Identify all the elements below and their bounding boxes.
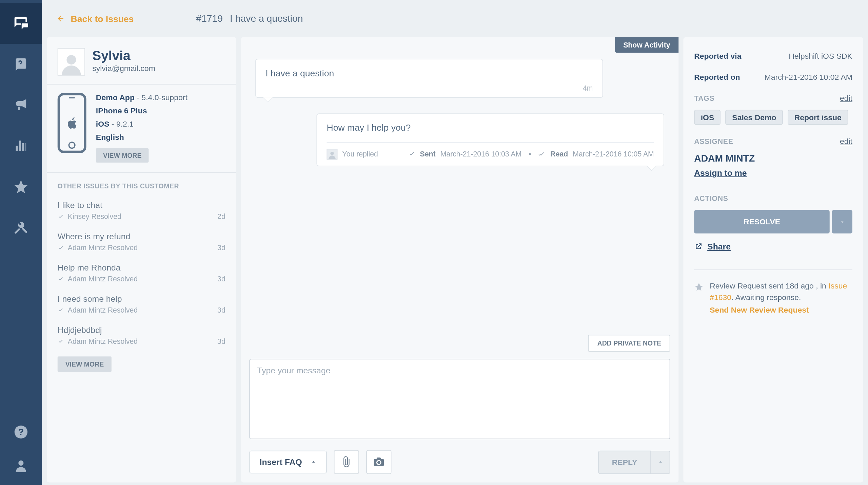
- review-suffix: . Awaiting response.: [731, 293, 801, 302]
- star-icon: [13, 179, 29, 194]
- customer-email: sylvia@gmail.com: [92, 63, 155, 73]
- help-icon: ?: [13, 424, 29, 440]
- back-label: Back to Issues: [71, 14, 134, 24]
- reply-textarea[interactable]: [249, 359, 670, 439]
- megaphone-icon: [13, 97, 29, 113]
- resolve-options-button[interactable]: [832, 210, 852, 234]
- issue-item-title: I like to chat: [58, 200, 225, 210]
- left-nav-sidebar: ?: [0, 0, 42, 485]
- language: English: [96, 133, 124, 142]
- nav-analytics[interactable]: [0, 125, 42, 166]
- share-link[interactable]: Share: [694, 242, 852, 251]
- issue-details-sidebar: Reported via Helpshift iOS SDK Reported …: [683, 37, 863, 483]
- customer-panel: Sylvia sylvia@gmail.com Demo App - 5.4.0…: [47, 37, 236, 483]
- other-issue-item[interactable]: Help me Rhonda Adam Mintz Resolved 3d: [58, 263, 225, 283]
- read-label: Read: [550, 150, 568, 158]
- svg-text:?: ?: [18, 427, 24, 437]
- nav-campaigns[interactable]: [0, 85, 42, 125]
- app-name: Demo App: [96, 93, 135, 102]
- analytics-icon: [13, 138, 29, 154]
- share-icon: [694, 242, 703, 251]
- reply-options-button[interactable]: [651, 450, 670, 474]
- read-check-icon: [538, 151, 546, 158]
- issue-item-resolver: Adam Mintz Resolved: [68, 275, 138, 283]
- caret-down-icon: [839, 219, 845, 225]
- reported-on-label: Reported on: [694, 73, 740, 82]
- nav-help[interactable]: ?: [0, 415, 42, 449]
- assign-to-me-link[interactable]: Assign to me: [694, 168, 747, 178]
- send-new-review-link[interactable]: Send New Review Request: [710, 305, 852, 316]
- camera-button[interactable]: [366, 450, 391, 474]
- other-issue-item[interactable]: I need some help Adam Mintz Resolved 3d: [58, 294, 225, 314]
- incoming-text: I have a question: [265, 68, 593, 78]
- assignee-name: ADAM MINTZ: [694, 153, 852, 164]
- issue-item-ago: 3d: [217, 306, 225, 315]
- user-icon: [13, 458, 29, 473]
- issue-item-ago: 3d: [217, 337, 225, 346]
- add-private-note-button[interactable]: ADD PRIVATE NOTE: [588, 335, 670, 352]
- camera-icon: [373, 456, 384, 468]
- svg-point-2: [18, 461, 23, 466]
- other-issue-item[interactable]: Where is my refund Adam Mintz Resolved 3…: [58, 231, 225, 252]
- conversation-panel: Show Activity I have a question 4m How m…: [241, 37, 679, 483]
- device-model: iPhone 6 Plus: [96, 106, 147, 115]
- tag[interactable]: iOS: [694, 110, 721, 125]
- tag[interactable]: Sales Demo: [726, 110, 783, 125]
- insert-faq-label: Insert FAQ: [260, 457, 302, 467]
- issue-item-title: Help me Rhonda: [58, 263, 225, 272]
- resolve-button[interactable]: RESOLVE: [694, 210, 830, 234]
- issue-number: #1719: [196, 13, 223, 24]
- back-to-issues-link[interactable]: Back to Issues: [48, 14, 142, 24]
- sent-time: March-21-2016 10:03 AM: [440, 150, 521, 158]
- device-view-more-button[interactable]: VIEW MORE: [96, 148, 149, 163]
- sent-check-icon: [408, 151, 415, 158]
- back-arrow-icon: [56, 14, 65, 23]
- check-icon: [58, 276, 64, 282]
- svg-point-3: [66, 55, 76, 64]
- reported-on-value: March-21-2016 10:02 AM: [765, 73, 852, 82]
- check-icon: [58, 307, 64, 313]
- insert-faq-button[interactable]: Insert FAQ: [249, 451, 327, 473]
- issue-title: I have a question: [230, 13, 303, 24]
- os-name: iOS: [96, 119, 110, 129]
- other-issue-item[interactable]: Hdjdjebdbdj Adam Mintz Resolved 3d: [58, 325, 225, 346]
- divider: [694, 269, 852, 270]
- incoming-time: 4m: [265, 84, 593, 93]
- nav-reviews[interactable]: [0, 166, 42, 207]
- agent-avatar: [327, 149, 338, 160]
- check-icon: [58, 213, 64, 220]
- tools-icon: [13, 220, 29, 235]
- tags-heading: TAGS: [694, 94, 714, 102]
- check-icon: [58, 244, 64, 251]
- you-replied-label: You replied: [342, 150, 378, 158]
- caret-up-icon: [657, 459, 664, 465]
- share-label: Share: [707, 242, 731, 251]
- issue-item-resolver: Adam Mintz Resolved: [68, 244, 138, 252]
- avatar-placeholder-icon: [60, 52, 83, 75]
- attach-file-button[interactable]: [334, 450, 359, 474]
- issue-item-ago: 2d: [217, 212, 225, 221]
- issue-item-resolver: Adam Mintz Resolved: [68, 337, 138, 346]
- reported-via-label: Reported via: [694, 52, 741, 61]
- assignee-heading: ASSIGNEE: [694, 137, 733, 146]
- show-activity-button[interactable]: Show Activity: [615, 37, 678, 53]
- nav-settings[interactable]: [0, 207, 42, 248]
- nav-faq[interactable]: [0, 44, 42, 85]
- other-issue-item[interactable]: I like to chat Kinsey Resolved 2d: [58, 200, 225, 221]
- read-time: March-21-2016 10:05 AM: [573, 150, 654, 158]
- edit-assignee-link[interactable]: edit: [840, 137, 852, 146]
- nav-profile[interactable]: [0, 449, 42, 482]
- outgoing-text: How may I help you?: [327, 123, 654, 133]
- app-version: - 5.4.0-support: [135, 93, 188, 102]
- customer-name: Sylvia: [92, 48, 155, 63]
- issue-item-ago: 3d: [217, 275, 225, 283]
- tag[interactable]: Report issue: [788, 110, 848, 125]
- other-issues-view-more-button[interactable]: VIEW MORE: [58, 356, 112, 372]
- reply-button[interactable]: REPLY: [598, 450, 651, 474]
- customer-avatar: [58, 48, 85, 75]
- edit-tags-link[interactable]: edit: [840, 94, 852, 103]
- nav-conversations[interactable]: [0, 3, 42, 44]
- actions-heading: ACTIONS: [694, 194, 852, 203]
- chat-icon: [13, 16, 29, 31]
- apple-icon: [64, 115, 80, 131]
